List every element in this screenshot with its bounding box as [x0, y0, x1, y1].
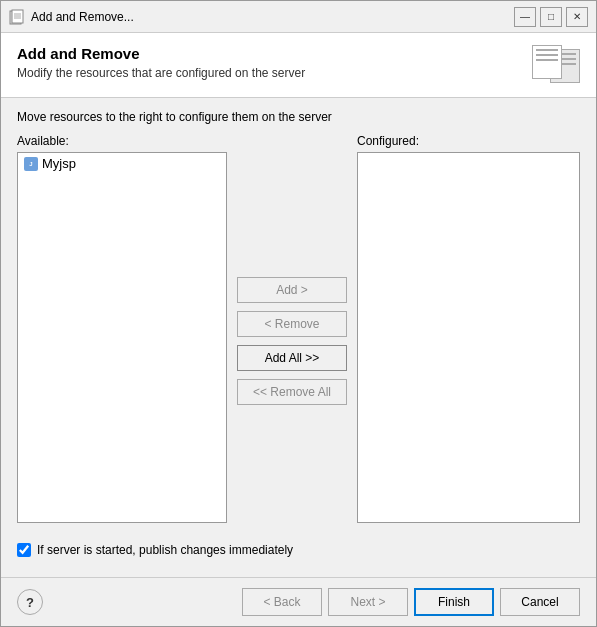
- help-button[interactable]: ?: [17, 589, 43, 615]
- transfer-buttons: Add > < Remove Add All >> << Remove All: [227, 134, 357, 523]
- footer: ? < Back Next > Finish Cancel: [1, 577, 596, 626]
- title-bar: Add and Remove... — □ ✕: [1, 1, 596, 33]
- list-item[interactable]: J Myjsp: [18, 153, 226, 174]
- jsp-icon: J: [24, 157, 38, 171]
- doc-front: [532, 45, 562, 79]
- maximize-button[interactable]: □: [540, 7, 562, 27]
- header-text: Add and Remove Modify the resources that…: [17, 45, 305, 80]
- checkbox-label[interactable]: If server is started, publish changes im…: [37, 543, 293, 557]
- publish-checkbox[interactable]: [17, 543, 31, 557]
- instruction-text: Move resources to the right to configure…: [17, 110, 580, 124]
- configured-column: Configured:: [357, 134, 580, 523]
- next-button[interactable]: Next >: [328, 588, 408, 616]
- available-column: Available: J Myjsp: [17, 134, 227, 523]
- footer-left: ?: [17, 589, 43, 615]
- footer-right: < Back Next > Finish Cancel: [242, 588, 580, 616]
- add-all-button[interactable]: Add All >>: [237, 345, 347, 371]
- checkbox-row: If server is started, publish changes im…: [17, 535, 580, 565]
- finish-button[interactable]: Finish: [414, 588, 494, 616]
- window-controls: — □ ✕: [514, 7, 588, 27]
- columns-area: Available: J Myjsp Add > < Remove Add Al…: [17, 134, 580, 523]
- window-icon: [9, 9, 25, 25]
- available-list[interactable]: J Myjsp: [17, 152, 227, 523]
- dialog-title: Add and Remove: [17, 45, 305, 62]
- back-button[interactable]: < Back: [242, 588, 322, 616]
- window-title: Add and Remove...: [31, 10, 134, 24]
- dialog-window: Add and Remove... — □ ✕ Add and Remove M…: [0, 0, 597, 627]
- add-button[interactable]: Add >: [237, 277, 347, 303]
- cancel-button[interactable]: Cancel: [500, 588, 580, 616]
- header-section: Add and Remove Modify the resources that…: [1, 33, 596, 98]
- available-label: Available:: [17, 134, 227, 148]
- configured-list[interactable]: [357, 152, 580, 523]
- close-button[interactable]: ✕: [566, 7, 588, 27]
- remove-button[interactable]: < Remove: [237, 311, 347, 337]
- configured-label: Configured:: [357, 134, 580, 148]
- remove-all-button[interactable]: << Remove All: [237, 379, 347, 405]
- minimize-button[interactable]: —: [514, 7, 536, 27]
- header-icon: [532, 45, 580, 85]
- main-content: Move resources to the right to configure…: [1, 98, 596, 577]
- list-item-label: Myjsp: [42, 156, 76, 171]
- dialog-subtitle: Modify the resources that are configured…: [17, 66, 305, 80]
